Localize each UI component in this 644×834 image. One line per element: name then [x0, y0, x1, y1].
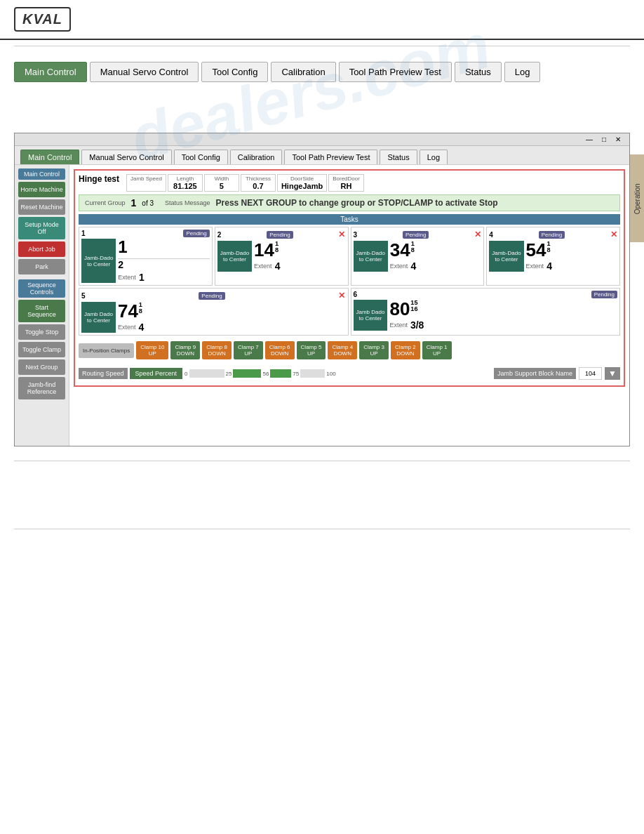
outer-tab-status[interactable]: Status: [455, 62, 502, 82]
footer-divider-bottom: [14, 529, 630, 529]
reset-machine-button[interactable]: Reset Machine: [18, 199, 65, 215]
clamp-5-up[interactable]: Clamp 5UP: [297, 341, 326, 359]
task-4-label: Jamb-Dadoto Center: [489, 241, 523, 272]
close-button[interactable]: ✕: [612, 135, 624, 143]
task-1-extent: Extent 1: [118, 272, 209, 283]
task-2-label: Jamb-Dadoto Center: [217, 241, 252, 272]
current-group-of: of 3: [142, 199, 154, 207]
inner-tab-manual-servo[interactable]: Manual Servo Control: [81, 150, 171, 164]
main-section: Hinge test Jamb Speed Length 81.125 Widt…: [74, 169, 625, 387]
footer-divider-top: [14, 461, 630, 461]
task-5-body: Jamb Dadoto Center 74 18 Extent 4: [81, 302, 346, 333]
task-4-main-value: 54 18: [526, 241, 617, 259]
jamb-support-box: Jamb Support Block Name 104 ▼: [494, 367, 620, 380]
header: KVAL: [0, 0, 644, 40]
outer-tab-main-control[interactable]: Main Control: [14, 62, 87, 82]
clamp-9-down[interactable]: Clamp 9DOWN: [170, 341, 200, 359]
task-2-x-icon: ✕: [338, 230, 345, 239]
task-6-values: 80 1516 Extent 3/8: [389, 300, 617, 331]
outer-tab-calibration[interactable]: Calibration: [271, 62, 335, 82]
outer-tab-manual-servo[interactable]: Manual Servo Control: [90, 62, 199, 82]
hinge-test-title: Hinge test: [79, 174, 121, 184]
jamb-speed-cell: Jamb Speed: [126, 174, 166, 192]
jamb-support-label: Jamb Support Block Name: [494, 368, 576, 379]
toggle-clamp-button[interactable]: Toggle Clamp: [18, 342, 65, 357]
inner-tab-main-control[interactable]: Main Control: [20, 150, 79, 164]
inner-tab-tool-path[interactable]: Tool Path Preview Test: [284, 150, 377, 164]
inner-tab-log[interactable]: Log: [420, 150, 448, 164]
sequence-controls-title: Sequence Controls: [18, 279, 65, 298]
task-2-body: Jamb-Dadoto Center 14 18 Extent 4: [217, 241, 346, 272]
task-6-header: 6 Pending: [354, 291, 618, 298]
task-card-2: 2 Pending ✕ Jamb-Dadoto Center 14 18: [215, 227, 349, 286]
clamp-10-up[interactable]: Clamp 10UP: [136, 341, 168, 359]
outer-tab-bar: Main Control Manual Servo Control Tool C…: [0, 53, 644, 91]
next-group-button[interactable]: Next Group: [18, 359, 65, 375]
toggle-stop-button[interactable]: Toggle Stop: [18, 324, 65, 340]
outer-tab-tool-path[interactable]: Tool Path Preview Test: [339, 62, 452, 82]
inner-tab-tool-config[interactable]: Tool Config: [174, 150, 228, 164]
task-4-header: 4 Pending ✕: [489, 230, 617, 239]
task-2-main-value: 14 18: [254, 241, 345, 259]
clamp-7-up[interactable]: Clamp 7UP: [234, 341, 263, 359]
clamp-1-up[interactable]: Clamp 1UP: [422, 341, 452, 359]
task-1-values: 1 2 Extent 1: [118, 239, 209, 283]
logo: KVAL: [14, 7, 71, 32]
task-3-values: 34 18 Extent 4: [390, 241, 481, 272]
abort-job-button[interactable]: Abort Job: [18, 241, 65, 257]
task-4-x-icon: ✕: [610, 230, 617, 239]
speed-track-2[interactable]: [233, 369, 261, 378]
task-5-main-value: 74 18: [118, 302, 346, 320]
jamb-find-ref-button[interactable]: Jamb-find Reference: [18, 377, 65, 399]
restore-button[interactable]: □: [599, 135, 609, 143]
task-card-3: 3 Pending ✕ Jamb-Dadoto Center 34 18: [351, 227, 485, 286]
inner-tab-bar: Main Control Manual Servo Control Tool C…: [15, 146, 629, 165]
task-card-5: 5 Pending ✕ Jamb Dadoto Center 74 18: [79, 288, 349, 336]
speed-percent-label: Speed Percent: [130, 368, 183, 379]
speed-track-1[interactable]: [189, 369, 224, 378]
speed-track-4[interactable]: [300, 369, 325, 378]
task-6-main-value: 80 1516: [389, 300, 617, 318]
inner-tab-calibration[interactable]: Calibration: [230, 150, 283, 164]
task-card-1: 1 Pending Jamb-Dadoto Center 1 2: [79, 227, 213, 286]
setup-mode-button[interactable]: Setup Mode Off: [18, 217, 65, 239]
specs-row: Jamb Speed Length 81.125 Width 5 Thickne…: [126, 174, 364, 192]
status-message: Press NEXT GROUP to change group or STOP…: [216, 198, 498, 208]
current-group-value: 1: [131, 197, 137, 208]
tasks-grid-row2: 5 Pending ✕ Jamb Dadoto Center 74 18: [79, 288, 620, 336]
speed-track-3[interactable]: [270, 369, 291, 378]
right-panel: Hinge test Jamb Speed Length 81.125 Widt…: [69, 165, 629, 446]
header-divider: [14, 46, 630, 46]
home-machine-button[interactable]: Home Machine: [18, 182, 65, 197]
clamp-2-down[interactable]: Clamp 2DOWN: [391, 341, 420, 359]
task-1-main-value: 1: [118, 239, 209, 256]
clamp-3-up[interactable]: Clamp 3UP: [359, 341, 389, 359]
outer-tab-tool-config[interactable]: Tool Config: [201, 62, 268, 82]
inner-tab-status[interactable]: Status: [380, 150, 417, 164]
task-1-body: Jamb-Dadoto Center 1 2 Extent 1: [81, 239, 210, 283]
width-cell: Width 5: [204, 174, 239, 192]
clamp-6-down[interactable]: Clamp 6DOWN: [265, 341, 295, 359]
park-button[interactable]: Park: [18, 259, 65, 274]
window-controls: — □ ✕: [583, 135, 624, 143]
door-side-cell: DoorSide HingeJamb: [277, 174, 327, 192]
clamp-4-down[interactable]: Clamp 4DOWN: [328, 341, 357, 359]
task-6-label: Jamb Dadoto Center: [354, 300, 388, 331]
task-5-extent: Extent 4: [118, 322, 346, 333]
outer-tab-log[interactable]: Log: [504, 62, 541, 82]
task-2-values: 14 18 Extent 4: [254, 241, 345, 272]
app-titlebar: — □ ✕: [15, 133, 629, 146]
task-3-x-icon: ✕: [474, 230, 481, 239]
task-3-extent: Extent 4: [390, 260, 481, 272]
task-4-body: Jamb-Dadoto Center 54 18 Extent 4: [489, 241, 617, 272]
minimize-button[interactable]: —: [583, 135, 596, 143]
main-content: Main Control Home Machine Reset Machine …: [15, 165, 629, 446]
task-1-label: Jamb-Dadoto Center: [81, 239, 116, 283]
speed-bar: 0 25 56 75 100: [185, 369, 336, 378]
jamb-support-dropdown[interactable]: ▼: [605, 367, 620, 380]
start-sequence-button[interactable]: Start Sequence: [18, 300, 65, 322]
task-4-values: 54 18 Extent 4: [526, 241, 617, 272]
task-6-extent: Extent 3/8: [389, 319, 617, 331]
clamps-row: In-Position Clamps Clamp 10UP Clamp 9DOW…: [79, 339, 620, 362]
clamp-8-down[interactable]: Clamp 8DOWN: [202, 341, 232, 359]
